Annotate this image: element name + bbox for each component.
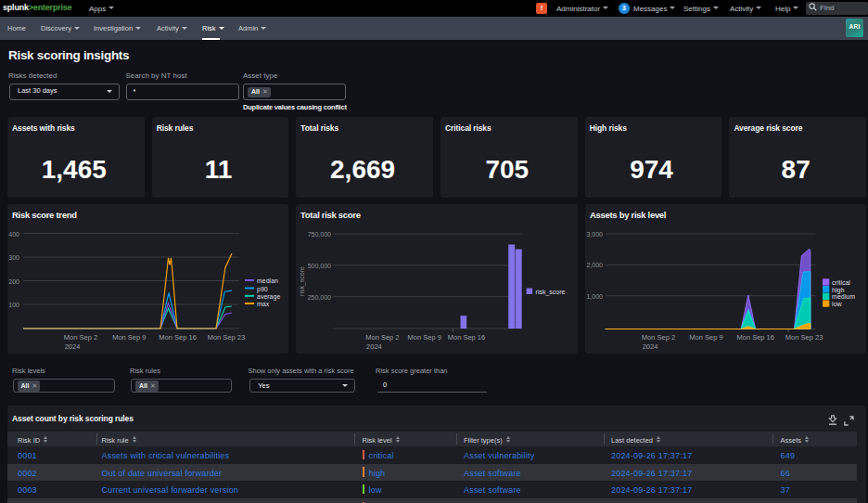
svg-text:400: 400 [8,231,19,238]
svg-text:Mon Sep 2: Mon Sep 2 [366,333,400,342]
svg-text:Assets by risk level: Assets by risk level [590,210,666,220]
svg-text:Mon Sep 2: Mon Sep 2 [642,333,675,342]
svg-text:200: 200 [8,278,19,285]
svg-text:Mon Sep 23: Mon Sep 23 [785,333,823,342]
svg-text:Mon Sep 9: Mon Sep 9 [689,333,722,342]
svg-text:3,000: 3,000 [586,231,603,238]
svg-text:2024: 2024 [65,342,81,351]
svg-text:Mon Sep 16: Mon Sep 16 [448,333,485,342]
svg-text:1,000: 1,000 [586,293,603,300]
svg-text:2,000: 2,000 [586,262,603,268]
svg-text:low: low [832,301,842,307]
svg-text:median: median [257,277,278,284]
svg-text:risk_score: risk_score [299,266,306,296]
svg-text:Mon Sep 16: Mon Sep 16 [159,333,196,342]
svg-text:750,000: 750,000 [308,231,331,238]
svg-text:Risk score trend: Risk score trend [12,210,77,220]
svg-text:average: average [257,293,280,301]
svg-text:Mon Sep 23: Mon Sep 23 [208,333,245,342]
svg-text:250,000: 250,000 [308,294,331,301]
svg-text:Mon Sep 9: Mon Sep 9 [408,333,441,342]
svg-text:500,000: 500,000 [308,263,331,269]
svg-text:p90: p90 [257,286,268,293]
svg-text:Total risk score: Total risk score [300,210,361,220]
svg-text:100: 100 [8,302,19,308]
svg-text:2024: 2024 [642,342,657,351]
svg-text:Mon Sep 16: Mon Sep 16 [736,333,773,342]
svg-text:Mon Sep 2: Mon Sep 2 [64,333,97,342]
svg-text:max: max [257,301,270,307]
svg-text:medium: medium [832,293,855,300]
svg-text:2024: 2024 [366,342,382,351]
svg-text:Mon Sep 9: Mon Sep 9 [112,333,146,342]
svg-text:risk_score: risk_score [536,289,566,296]
svg-text:300: 300 [8,254,19,261]
svg-text:critical: critical [832,279,850,286]
